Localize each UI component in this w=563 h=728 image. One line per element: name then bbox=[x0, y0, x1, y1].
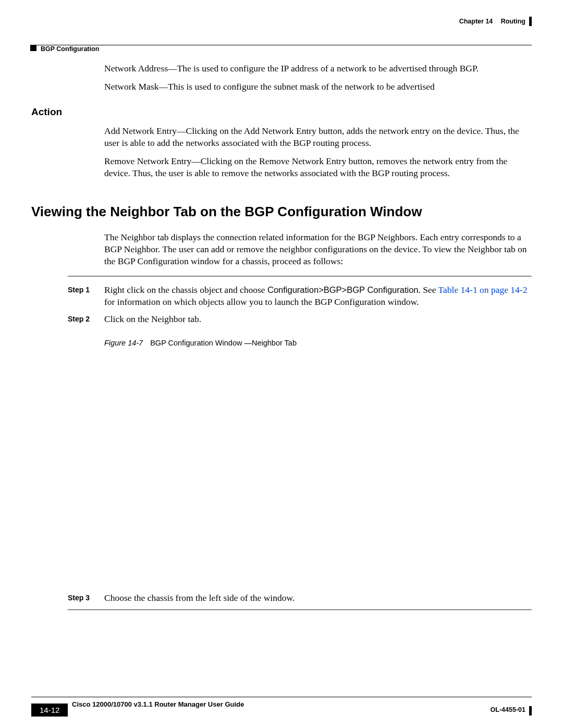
step-2: Step 2 Click on the Neighbor tab. bbox=[31, 313, 532, 325]
step-label: Step 2 bbox=[31, 313, 104, 325]
text: . See bbox=[419, 285, 438, 295]
page-footer: Cisco 12000/10700 v3.1.1 Router Manager … bbox=[31, 697, 532, 708]
header-square-icon bbox=[30, 45, 36, 51]
step-rule bbox=[68, 276, 532, 277]
step-label: Step 1 bbox=[31, 284, 104, 308]
paragraph: The Neighbor tab displays the connection… bbox=[104, 231, 532, 267]
nav-path: Configuration>BGP>BGP Configuration bbox=[267, 285, 419, 294]
chapter-number: Chapter 14 bbox=[459, 18, 493, 25]
paragraph: Network Mask—This is used to configure t… bbox=[104, 81, 532, 93]
step-text: Choose the chassis from the left side of… bbox=[104, 592, 532, 604]
footer-end-bar-icon bbox=[529, 706, 532, 715]
breadcrumb: BGP Configuration bbox=[41, 45, 99, 53]
footer-doc-id: OL-4455-01 bbox=[491, 706, 525, 713]
page-number: 14-12 bbox=[31, 704, 68, 717]
paragraph: Add Network Entry—Clicking on the Add Ne… bbox=[104, 125, 532, 149]
step-label: Step 3 bbox=[31, 592, 104, 604]
text: for information on which objects allow y… bbox=[104, 297, 419, 307]
heading-neighbor-tab: Viewing the Neighbor Tab on the BGP Conf… bbox=[31, 204, 532, 220]
header-chapter: Chapter 14 Routing bbox=[459, 18, 525, 25]
text: Right click on the chassis object and ch… bbox=[104, 285, 267, 295]
header-rule bbox=[31, 45, 532, 45]
figure-caption: Figure 14-7 BGP Configuration Window —Ne… bbox=[104, 339, 532, 347]
step-rule bbox=[68, 609, 532, 610]
step-1: Step 1 Right click on the chassis object… bbox=[31, 284, 532, 308]
page-body: Network Address—The is used to configure… bbox=[31, 63, 532, 610]
xref-link[interactable]: Table 14-1 on page 14-2 bbox=[438, 285, 528, 295]
footer-rule bbox=[31, 697, 532, 697]
chapter-title: Routing bbox=[501, 18, 525, 25]
page: Chapter 14 Routing BGP Configuration Net… bbox=[0, 0, 563, 728]
header-end-bar-icon bbox=[529, 17, 532, 26]
figure-placeholder bbox=[31, 347, 532, 592]
figure-title: BGP Configuration Window —Neighbor Tab bbox=[150, 339, 297, 347]
footer-book-title: Cisco 12000/10700 v3.1.1 Router Manager … bbox=[72, 700, 532, 708]
paragraph: Network Address—The is used to configure… bbox=[104, 63, 532, 75]
subheading-action: Action bbox=[31, 106, 532, 118]
step-text: Click on the Neighbor tab. bbox=[104, 313, 532, 325]
step-3: Step 3 Choose the chassis from the left … bbox=[31, 592, 532, 604]
step-text: Right click on the chassis object and ch… bbox=[104, 284, 532, 308]
figure-id: Figure 14-7 bbox=[104, 339, 143, 347]
paragraph: Remove Network Entry—Clicking on the Rem… bbox=[104, 155, 532, 179]
